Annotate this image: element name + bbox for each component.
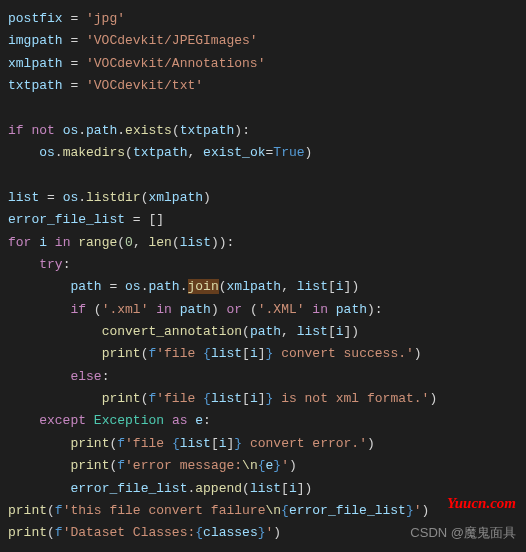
- watermark-red: Yuucn.com: [447, 491, 516, 517]
- code-block: postfix = 'jpg' imgpath = 'VOCdevkit/JPE…: [8, 8, 526, 545]
- watermark-gray: CSDN @魔鬼面具: [410, 522, 516, 544]
